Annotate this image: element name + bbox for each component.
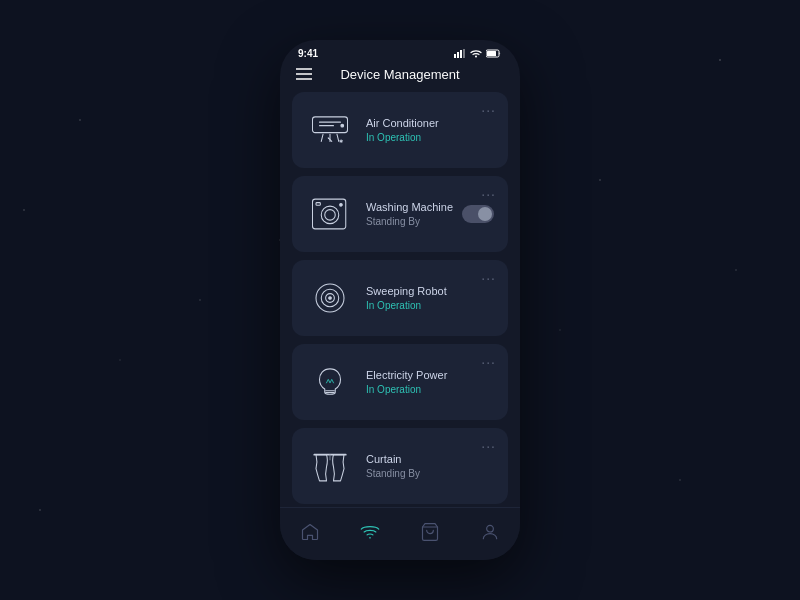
svg-point-4	[475, 56, 477, 58]
svg-text:✱: ✱	[339, 138, 343, 144]
device-card-washer[interactable]: Washing Machine Standing By ···	[292, 176, 508, 252]
ac-info: Air Conditioner In Operation	[366, 117, 494, 143]
svg-rect-2	[460, 50, 462, 58]
bottom-nav	[280, 507, 520, 560]
robot-icon	[309, 277, 351, 319]
light-name: Electricity Power	[366, 369, 494, 381]
svg-line-13	[321, 134, 323, 141]
nav-home[interactable]	[290, 518, 330, 546]
robot-status: In Operation	[366, 300, 494, 311]
curtain-more-button[interactable]: ···	[481, 438, 496, 454]
page-title: Device Management	[340, 67, 459, 82]
svg-rect-0	[454, 54, 456, 58]
light-more-button[interactable]: ···	[481, 354, 496, 370]
washer-icon	[309, 193, 351, 235]
svg-point-32	[369, 537, 371, 539]
shop-icon	[420, 522, 440, 542]
svg-point-27	[329, 297, 332, 300]
hamburger-icon	[296, 68, 312, 80]
light-icon	[309, 361, 351, 403]
signal-icon	[454, 49, 466, 58]
device-list: ✱ Air Conditioner In Operation ···	[280, 92, 520, 507]
washer-toggle-wrapper	[462, 205, 494, 223]
washer-more-button[interactable]: ···	[481, 186, 496, 202]
home-icon	[300, 522, 320, 542]
svg-point-16	[341, 124, 344, 127]
robot-info: Sweeping Robot In Operation	[366, 285, 494, 311]
washer-toggle[interactable]	[462, 205, 494, 223]
robot-name: Sweeping Robot	[366, 285, 494, 297]
phone-container: 9:41	[280, 40, 520, 560]
curtain-icon-wrapper	[306, 442, 354, 490]
status-icons	[454, 49, 502, 58]
washer-name: Washing Machine	[366, 201, 462, 213]
device-card-light[interactable]: Electricity Power In Operation ···	[292, 344, 508, 420]
nav-shop[interactable]	[410, 518, 450, 546]
svg-rect-1	[457, 52, 459, 58]
nav-profile[interactable]	[470, 518, 510, 546]
curtain-icon	[309, 445, 351, 487]
nav-wifi[interactable]	[350, 518, 390, 546]
light-icon-wrapper	[306, 358, 354, 406]
curtain-info: Curtain Standing By	[366, 453, 494, 479]
robot-more-button[interactable]: ···	[481, 270, 496, 286]
ac-status: In Operation	[366, 132, 494, 143]
svg-rect-3	[463, 49, 465, 58]
ac-more-button[interactable]: ···	[481, 102, 496, 118]
light-status: In Operation	[366, 384, 494, 395]
header: Device Management	[280, 63, 520, 92]
washer-icon-wrapper	[306, 190, 354, 238]
battery-icon	[486, 49, 502, 58]
svg-rect-22	[316, 203, 320, 206]
ac-icon-wrapper: ✱	[306, 106, 354, 154]
washer-status: Standing By	[366, 216, 462, 227]
profile-icon	[480, 522, 500, 542]
device-card-curtain[interactable]: Curtain Standing By ···	[292, 428, 508, 504]
svg-rect-6	[487, 51, 496, 56]
svg-point-34	[487, 525, 494, 532]
svg-point-21	[325, 210, 336, 221]
robot-icon-wrapper	[306, 274, 354, 322]
device-card-robot[interactable]: Sweeping Robot In Operation ···	[292, 260, 508, 336]
curtain-name: Curtain	[366, 453, 494, 465]
svg-rect-23	[340, 204, 343, 207]
svg-point-20	[321, 206, 339, 224]
status-bar: 9:41	[280, 40, 520, 63]
device-card-ac[interactable]: ✱ Air Conditioner In Operation ···	[292, 92, 508, 168]
washer-info: Washing Machine Standing By	[366, 201, 462, 227]
wifi-icon	[470, 49, 482, 58]
curtain-status: Standing By	[366, 468, 494, 479]
menu-icon[interactable]	[296, 67, 312, 83]
wifi-nav-icon	[360, 522, 380, 542]
status-time: 9:41	[298, 48, 318, 59]
light-info: Electricity Power In Operation	[366, 369, 494, 395]
ac-name: Air Conditioner	[366, 117, 494, 129]
ac-icon: ✱	[309, 109, 351, 151]
